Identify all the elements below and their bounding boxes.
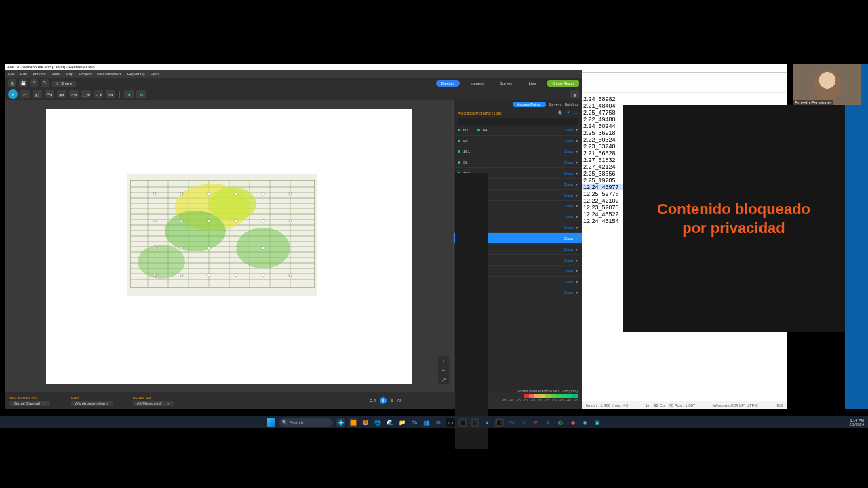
svg-point-42 xyxy=(235,220,237,222)
taskbar-app-2[interactable]: 🟧 xyxy=(349,418,357,427)
taskbar-app-c[interactable]: ▲ xyxy=(483,418,492,427)
ap-row[interactable]: 36Cisco▾ xyxy=(454,157,582,168)
band-5[interactable]: 5 xyxy=(380,397,387,404)
open-button[interactable]: ⎘ xyxy=(8,79,16,87)
taskbar-clock[interactable]: 1:14 PM 2/2/2024 xyxy=(850,418,864,426)
mode-design[interactable]: Design xyxy=(436,80,460,87)
ap-row[interactable]: 6064Cisco▾ xyxy=(454,125,582,136)
taskbar-app-a[interactable]: ▦ xyxy=(458,418,467,427)
menu-edit[interactable]: Edit xyxy=(20,72,27,76)
menu-measurement[interactable]: Measurement xyxy=(97,72,122,76)
taskbar-ppt[interactable]: P xyxy=(532,418,540,427)
viz-dropdown[interactable]: Signal Strength xyxy=(9,401,50,406)
taskbar-chrome[interactable]: 🌐 xyxy=(373,418,382,427)
mode-survey[interactable]: Survey xyxy=(494,80,518,87)
map-canvas[interactable]: + − ⤢ xyxy=(5,100,453,392)
privacy-overlay: Contenido bloqueado por privacidad xyxy=(623,105,845,332)
taskbar-app-1[interactable]: 💠 xyxy=(336,418,345,427)
start-button[interactable] xyxy=(267,418,275,427)
map-dropdown[interactable]: Warehouse-clean xyxy=(71,401,113,406)
taskbar-terminal[interactable]: ▭ xyxy=(446,418,455,427)
taskbar-firefox[interactable]: 🦊 xyxy=(361,418,370,427)
svg-point-46 xyxy=(180,247,183,249)
share-button[interactable]: ⇪Share xyxy=(52,81,76,87)
status-pos: Ln : 32 Col : 70 Pos : 1,087 xyxy=(646,403,695,407)
taskbar-outlook[interactable]: ✉ xyxy=(434,418,443,427)
viz-label: VISUALIZATION xyxy=(9,396,50,400)
menu-actions[interactable]: Actions xyxy=(33,72,46,76)
taskbar-app-d[interactable]: ◧ xyxy=(495,418,504,427)
menu-view[interactable]: View xyxy=(52,72,60,76)
svg-point-53 xyxy=(208,274,210,277)
zoom-out-button[interactable]: − xyxy=(438,365,449,375)
ap-search-icon[interactable]: 🔍 xyxy=(558,110,563,115)
tab-building[interactable]: Building xyxy=(564,102,578,106)
taskbar-excel[interactable]: X xyxy=(519,418,528,427)
editor-titlebar xyxy=(582,64,787,73)
menu-bar: File Edit Actions View Map Project Measu… xyxy=(5,70,582,78)
zoom-fit-button[interactable]: ⤢ xyxy=(438,375,449,384)
search-icon: 🔍 xyxy=(282,420,288,425)
taskbar-store[interactable]: 🛍 xyxy=(410,418,418,427)
editor-line[interactable]: 2.24_58982 xyxy=(582,96,787,102)
tool-scale-dd[interactable]: ↔▾ xyxy=(94,90,103,98)
taskbar-app-e[interactable]: ◆ xyxy=(568,418,577,427)
ap-filter-bar[interactable] xyxy=(458,118,578,125)
status-length: length : 1,408 lines : 43 xyxy=(586,403,628,407)
svg-point-33 xyxy=(153,192,156,195)
ekahau-logo: e xyxy=(8,89,18,99)
tool-chart-icon[interactable]: ▮ xyxy=(570,90,579,98)
redo-button[interactable]: ↷ xyxy=(41,79,49,87)
ap-more-icon[interactable]: ⋯ xyxy=(574,110,578,115)
taskbar-ekahau[interactable]: ◎ xyxy=(556,418,565,427)
tool-area-dd[interactable]: ⬚▾ xyxy=(81,90,91,98)
app-footer: VISUALIZATION Signal Strength MAP Wareho… xyxy=(5,392,582,409)
band-all[interactable]: All xyxy=(397,399,401,403)
tool-wall-dd[interactable]: ▭▾ xyxy=(69,90,79,98)
floorplan-heatmap xyxy=(127,174,317,296)
taskbar-explorer[interactable]: 📁 xyxy=(397,418,406,427)
menu-project[interactable]: Project xyxy=(79,72,92,76)
mode-inspect[interactable]: Inspect xyxy=(465,80,489,87)
tool-optimize[interactable]: ⚙ xyxy=(136,90,146,98)
tool-auto-plan[interactable]: ✦ xyxy=(124,90,134,98)
windows-taskbar: 🔍 Search 💠 🟧 🦊 🌐 🌊 📁 🛍 👥 ✉ ▭ ▦ ▤ ▲ ◧ W X… xyxy=(0,416,868,428)
tool-select[interactable]: ▭ xyxy=(20,90,30,98)
save-button[interactable]: 💾 xyxy=(19,79,27,87)
legend-title: Ekahau Best Practices for 5 GHz (dBm) xyxy=(518,389,578,393)
taskbar-app-f[interactable]: ◉ xyxy=(580,418,589,427)
network-dropdown[interactable]: All Measured xyxy=(133,401,174,406)
tool-rect[interactable]: ◧ xyxy=(33,90,42,98)
toolbar-secondary: e ▭ ◧ ☰▾ ◉▾ ▭▾ ⬚▾ ↔▾ ✎▾ ✦ ⚙ ▮ xyxy=(5,89,582,100)
menu-map[interactable]: Map xyxy=(66,72,74,76)
taskbar-app-g[interactable]: ▣ xyxy=(593,418,601,427)
tab-access-points[interactable]: Access Points xyxy=(513,102,546,107)
tool-ap-dd[interactable]: ◉▾ xyxy=(57,90,66,98)
taskbar-teams[interactable]: 👥 xyxy=(422,418,431,427)
ap-filter-icon[interactable]: ▼ xyxy=(566,110,570,115)
ap-row[interactable]: 161Cisco▾ xyxy=(454,146,582,157)
taskbar-search[interactable]: 🔍 Search xyxy=(279,418,333,427)
taskbar-app-b[interactable]: ▤ xyxy=(471,418,479,427)
taskbar-edge[interactable]: 🌊 xyxy=(385,418,394,427)
mode-live[interactable]: Live xyxy=(524,80,542,87)
webcam-thumbnail[interactable]: Ernesto Fernandez xyxy=(793,64,861,105)
ap-row[interactable]: 48Cisco▾ xyxy=(454,136,582,146)
tab-surveys[interactable]: Surveys xyxy=(549,102,562,106)
zoom-in-button[interactable]: + xyxy=(438,356,449,365)
tool-note-dd[interactable]: ✎▾ xyxy=(106,90,115,98)
band-6[interactable]: 6 xyxy=(391,399,393,403)
taskbar-acrobat[interactable]: A xyxy=(544,418,553,427)
menu-reporting[interactable]: Reporting xyxy=(127,72,145,76)
status-enc: Windows (CR LF) UTF-8 xyxy=(713,403,758,407)
band-2-4[interactable]: 2.4 xyxy=(370,399,376,403)
menu-help[interactable]: Help xyxy=(151,72,159,76)
taskbar-word[interactable]: W xyxy=(507,418,516,427)
legend-menu-icon[interactable]: ⋯ xyxy=(572,381,578,387)
tool-layers[interactable]: ☰▾ xyxy=(45,90,54,98)
undo-button[interactable]: ↶ xyxy=(30,79,38,87)
ap-count-header: ACCESS POINTS (152) xyxy=(458,111,501,115)
svg-point-39 xyxy=(153,220,156,222)
create-report-button[interactable]: Create Report xyxy=(547,80,579,87)
menu-file[interactable]: File xyxy=(8,72,15,76)
